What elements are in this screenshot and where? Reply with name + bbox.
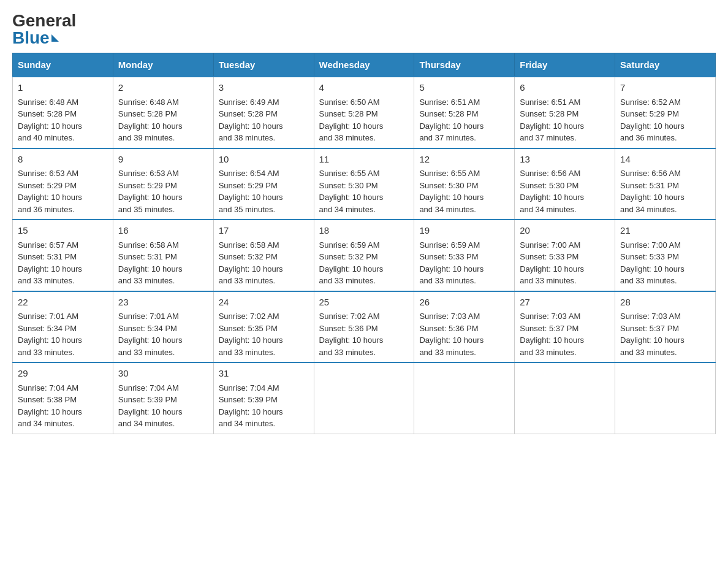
calendar-cell: 14Sunrise: 6:56 AMSunset: 5:31 PMDayligh… (615, 148, 716, 220)
calendar-cell: 5Sunrise: 6:51 AMSunset: 5:28 PMDaylight… (414, 77, 515, 148)
week-row-1: 1Sunrise: 6:48 AMSunset: 5:28 PMDaylight… (13, 77, 716, 148)
day-info: Sunrise: 7:00 AM (620, 239, 710, 251)
week-row-3: 15Sunrise: 6:57 AMSunset: 5:31 PMDayligh… (13, 220, 716, 291)
day-info: Sunset: 5:33 PM (520, 251, 610, 263)
day-info: and 37 minutes. (520, 132, 610, 144)
calendar-cell: 30Sunrise: 7:04 AMSunset: 5:39 PMDayligh… (113, 362, 213, 434)
day-number: 19 (419, 224, 509, 238)
day-info: Sunrise: 7:00 AM (520, 239, 610, 251)
day-info: Sunset: 5:34 PM (18, 323, 108, 335)
day-info: Sunset: 5:31 PM (118, 251, 208, 263)
day-info: Daylight: 10 hours (319, 191, 409, 204)
day-number: 14 (620, 153, 710, 167)
day-info: Sunrise: 6:53 AM (118, 167, 208, 180)
day-info: Sunrise: 6:57 AM (18, 239, 108, 251)
day-info: Sunrise: 7:04 AM (18, 382, 108, 394)
day-info: Daylight: 10 hours (18, 191, 108, 204)
day-info: Sunset: 5:33 PM (419, 251, 509, 263)
day-info: Daylight: 10 hours (520, 334, 610, 347)
logo: General Blue (12, 12, 76, 47)
day-info: Sunrise: 6:56 AM (520, 167, 610, 180)
day-info: Sunset: 5:38 PM (18, 394, 108, 406)
day-info: and 33 minutes. (419, 275, 509, 287)
col-header-monday: Monday (113, 53, 213, 77)
day-info: Sunrise: 6:50 AM (319, 96, 409, 109)
day-info: Daylight: 10 hours (520, 120, 610, 132)
col-header-sunday: Sunday (13, 53, 113, 77)
calendar-cell: 19Sunrise: 6:59 AMSunset: 5:33 PMDayligh… (414, 220, 515, 291)
day-info: and 36 minutes. (620, 132, 710, 144)
calendar-cell (615, 362, 716, 434)
logo-general-text: General (12, 12, 76, 29)
calendar-cell: 15Sunrise: 6:57 AMSunset: 5:31 PMDayligh… (13, 220, 113, 291)
calendar-cell: 28Sunrise: 7:03 AMSunset: 5:37 PMDayligh… (615, 291, 716, 363)
day-number: 30 (118, 367, 208, 381)
calendar-cell: 21Sunrise: 7:00 AMSunset: 5:33 PMDayligh… (615, 220, 716, 291)
calendar-cell: 7Sunrise: 6:52 AMSunset: 5:29 PMDaylight… (615, 77, 716, 148)
day-info: Sunrise: 6:51 AM (419, 96, 509, 109)
day-info: and 33 minutes. (18, 347, 108, 359)
calendar-header-row: SundayMondayTuesdayWednesdayThursdayFrid… (13, 53, 716, 77)
day-info: Daylight: 10 hours (219, 406, 309, 418)
calendar-table: SundayMondayTuesdayWednesdayThursdayFrid… (12, 53, 716, 434)
calendar-cell: 13Sunrise: 6:56 AMSunset: 5:30 PMDayligh… (515, 148, 615, 220)
day-info: and 34 minutes. (520, 204, 610, 216)
calendar-cell: 10Sunrise: 6:54 AMSunset: 5:29 PMDayligh… (213, 148, 314, 220)
day-number: 2 (118, 81, 208, 95)
day-info: Sunset: 5:32 PM (319, 251, 409, 263)
day-info: and 34 minutes. (219, 418, 309, 430)
calendar-cell: 24Sunrise: 7:02 AMSunset: 5:35 PMDayligh… (213, 291, 314, 363)
logo-blue-text: Blue (12, 29, 59, 47)
day-info: Sunrise: 6:59 AM (419, 239, 509, 251)
day-info: Sunrise: 6:48 AM (18, 96, 108, 109)
day-info: Daylight: 10 hours (219, 191, 309, 204)
day-info: Daylight: 10 hours (118, 406, 208, 418)
day-info: and 33 minutes. (118, 347, 208, 359)
day-number: 26 (419, 296, 509, 310)
day-info: Daylight: 10 hours (118, 191, 208, 204)
day-number: 7 (620, 81, 710, 95)
calendar-cell: 27Sunrise: 7:03 AMSunset: 5:37 PMDayligh… (515, 291, 615, 363)
day-info: Sunset: 5:36 PM (419, 323, 509, 335)
calendar-cell: 18Sunrise: 6:59 AMSunset: 5:32 PMDayligh… (314, 220, 414, 291)
day-info: Daylight: 10 hours (118, 334, 208, 347)
day-number: 29 (18, 367, 108, 381)
day-info: Sunrise: 6:55 AM (419, 167, 509, 180)
day-info: Daylight: 10 hours (620, 263, 710, 275)
day-number: 11 (319, 153, 409, 167)
day-info: Sunset: 5:34 PM (118, 323, 208, 335)
day-number: 12 (419, 153, 509, 167)
calendar-cell: 6Sunrise: 6:51 AMSunset: 5:28 PMDaylight… (515, 77, 615, 148)
day-info: and 33 minutes. (520, 275, 610, 287)
day-number: 8 (18, 153, 108, 167)
day-info: Daylight: 10 hours (18, 120, 108, 132)
day-info: Sunset: 5:35 PM (219, 323, 309, 335)
col-header-thursday: Thursday (414, 53, 515, 77)
day-info: and 33 minutes. (118, 275, 208, 287)
day-number: 24 (219, 296, 309, 310)
day-info: and 34 minutes. (620, 204, 710, 216)
day-info: and 40 minutes. (18, 132, 108, 144)
day-number: 22 (18, 296, 108, 310)
day-info: and 34 minutes. (319, 204, 409, 216)
calendar-cell (414, 362, 515, 434)
day-info: Sunset: 5:29 PM (18, 180, 108, 192)
day-number: 3 (219, 81, 309, 95)
day-number: 21 (620, 224, 710, 238)
calendar-cell: 2Sunrise: 6:48 AMSunset: 5:28 PMDaylight… (113, 77, 213, 148)
day-info: and 33 minutes. (520, 347, 610, 359)
day-info: Sunrise: 7:03 AM (520, 310, 610, 323)
day-info: Sunrise: 6:56 AM (620, 167, 710, 180)
day-info: Sunrise: 7:01 AM (118, 310, 208, 323)
day-number: 23 (118, 296, 208, 310)
day-info: and 38 minutes. (219, 132, 309, 144)
day-info: Sunrise: 6:54 AM (219, 167, 309, 180)
day-info: Daylight: 10 hours (18, 406, 108, 418)
calendar-cell: 12Sunrise: 6:55 AMSunset: 5:30 PMDayligh… (414, 148, 515, 220)
day-number: 31 (219, 367, 309, 381)
calendar-cell: 23Sunrise: 7:01 AMSunset: 5:34 PMDayligh… (113, 291, 213, 363)
day-info: Daylight: 10 hours (319, 120, 409, 132)
calendar-cell: 25Sunrise: 7:02 AMSunset: 5:36 PMDayligh… (314, 291, 414, 363)
day-info: Daylight: 10 hours (219, 120, 309, 132)
day-info: Sunrise: 7:02 AM (219, 310, 309, 323)
